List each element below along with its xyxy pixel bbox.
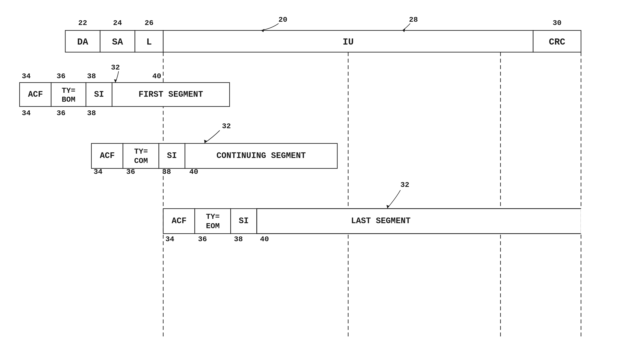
- svg-text:COM: COM: [134, 157, 148, 165]
- svg-text:34: 34: [22, 109, 31, 117]
- svg-text:IU: IU: [343, 37, 354, 47]
- svg-text:SI: SI: [94, 90, 104, 99]
- svg-text:32: 32: [111, 63, 120, 72]
- svg-text:28: 28: [409, 16, 418, 24]
- svg-text:40: 40: [189, 168, 198, 176]
- svg-text:36: 36: [198, 235, 207, 243]
- svg-text:SA: SA: [112, 37, 123, 47]
- svg-text:36: 36: [57, 72, 66, 81]
- svg-text:SI: SI: [239, 216, 249, 225]
- diagram-svg: DA SA L IU CRC 22 24 26 20 28 30: [0, 0, 623, 364]
- svg-text:30: 30: [553, 19, 562, 27]
- svg-text:LAST SEGMENT: LAST SEGMENT: [351, 216, 411, 225]
- svg-marker-38: [114, 79, 117, 82]
- svg-text:TY=: TY=: [62, 86, 75, 95]
- svg-rect-62: [257, 209, 581, 234]
- svg-text:34: 34: [22, 72, 31, 81]
- svg-text:34: 34: [165, 235, 174, 243]
- svg-text:L: L: [146, 37, 152, 47]
- svg-text:DA: DA: [77, 37, 88, 47]
- svg-text:38: 38: [162, 168, 171, 176]
- svg-text:BOM: BOM: [62, 95, 75, 104]
- svg-text:20: 20: [279, 16, 288, 24]
- svg-text:ACF: ACF: [172, 216, 186, 225]
- svg-text:34: 34: [93, 168, 103, 176]
- svg-text:38: 38: [234, 235, 243, 243]
- svg-text:FIRST SEGMENT: FIRST SEGMENT: [139, 90, 203, 99]
- svg-text:24: 24: [113, 19, 122, 27]
- svg-text:40: 40: [260, 235, 269, 243]
- svg-text:ACF: ACF: [28, 90, 43, 99]
- svg-text:40: 40: [152, 72, 161, 81]
- svg-text:38: 38: [87, 72, 96, 81]
- svg-text:CONTINUING SEGMENT: CONTINUING SEGMENT: [217, 151, 306, 160]
- svg-text:26: 26: [145, 19, 154, 27]
- svg-text:ACF: ACF: [100, 151, 115, 160]
- svg-text:36: 36: [126, 168, 135, 176]
- svg-text:TY=: TY=: [134, 147, 148, 156]
- svg-text:EOM: EOM: [206, 222, 220, 231]
- svg-text:CRC: CRC: [549, 37, 565, 47]
- diagram: DA SA L IU CRC 22 24 26 20 28 30: [0, 0, 623, 364]
- svg-text:38: 38: [87, 109, 96, 117]
- svg-text:TY=: TY=: [206, 213, 220, 221]
- svg-text:22: 22: [78, 19, 87, 27]
- svg-text:36: 36: [57, 109, 66, 117]
- svg-text:SI: SI: [167, 151, 177, 160]
- svg-text:32: 32: [222, 122, 231, 130]
- svg-text:32: 32: [400, 181, 409, 189]
